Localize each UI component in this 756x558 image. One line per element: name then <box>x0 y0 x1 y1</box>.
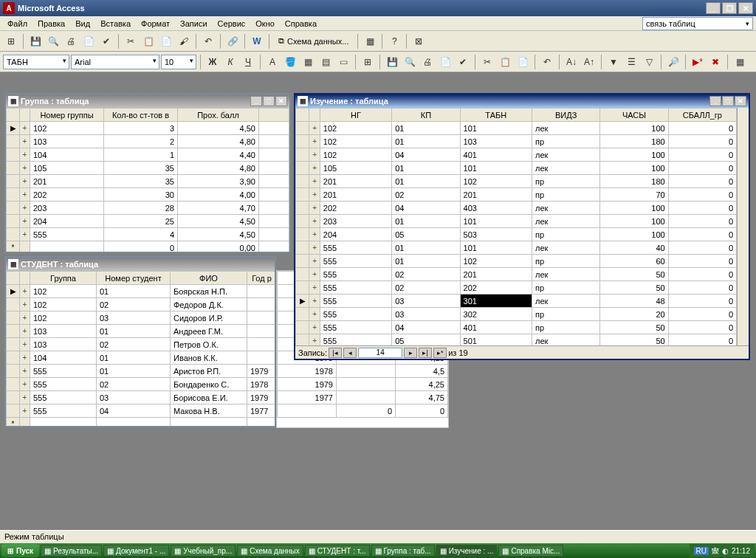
system-tray[interactable]: RU 🕸 ◐ 21:12 <box>690 544 755 557</box>
minimize-button[interactable]: _ <box>706 2 721 14</box>
fontcolor-button[interactable]: A <box>264 54 281 70</box>
menu-help[interactable]: Справка <box>281 18 321 30</box>
filter-toggle-button[interactable]: ▽ <box>641 54 657 70</box>
nav-prev[interactable]: ◂ <box>343 348 357 358</box>
underline-button[interactable]: Ч <box>240 54 256 70</box>
link-button[interactable]: 🔗 <box>224 33 241 49</box>
sort-desc-button[interactable]: A↑ <box>581 54 597 70</box>
menu-records[interactable]: Записи <box>176 18 212 30</box>
undo-button[interactable]: ↶ <box>200 33 216 49</box>
window-group-min[interactable]: _ <box>250 96 262 106</box>
sort-asc-button[interactable]: A↓ <box>563 54 580 70</box>
new-object-button[interactable]: ▦ <box>362 33 378 49</box>
taskbar-item-icon: ▦ <box>107 547 114 555</box>
table-study[interactable]: НГ КП ТАБН ВИДЗ ЧАСЫ СБАЛЛ_гр +10201101л… <box>295 108 737 345</box>
help-button[interactable]: ? <box>386 33 402 49</box>
db-window-button[interactable]: ▦ <box>732 54 748 70</box>
window-group-close[interactable]: ✕ <box>275 96 287 106</box>
taskbar-item[interactable]: ▦Группа : таб... <box>371 545 435 557</box>
restore-button[interactable]: ❐ <box>722 2 737 14</box>
taskbar-item[interactable]: ▦СТУДЕНТ : т... <box>305 545 370 557</box>
window-student-titlebar[interactable]: ▦ СТУДЕНТ : таблица <box>6 258 275 271</box>
nav-last[interactable]: ▸| <box>419 348 432 358</box>
window-group[interactable]: ▦ Группа : таблица _ □ ✕ Номер группы Ко… <box>4 93 291 253</box>
filter-sel-button[interactable]: ▼ <box>605 54 622 70</box>
window-study-max[interactable]: □ <box>722 96 734 106</box>
filter-form-button[interactable]: ☰ <box>623 54 639 70</box>
taskbar-item[interactable]: ▦Учебный_пр... <box>171 545 236 557</box>
clock: 21:12 <box>732 547 750 555</box>
save-button[interactable]: 💾 <box>27 33 44 49</box>
taskbar-item[interactable]: ▦Справка Mic... <box>498 545 563 557</box>
paste2-button[interactable]: 📄 <box>515 54 531 70</box>
font-combo[interactable]: Arial <box>71 55 159 69</box>
start-button[interactable]: ⊞ Пуск <box>1 544 39 557</box>
preview2-button[interactable]: 📄 <box>437 54 453 70</box>
taskbar-item[interactable]: ▦Изучение : ... <box>436 545 498 557</box>
preview-button[interactable]: 📄 <box>80 33 97 49</box>
view2-button[interactable]: ⊞ <box>360 54 376 70</box>
window-group-max[interactable]: □ <box>263 96 275 106</box>
help-search-input[interactable]: связь таблиц▾ <box>642 17 753 30</box>
copy-button[interactable]: 📋 <box>140 33 157 49</box>
search-button[interactable]: 🔍 <box>45 33 61 49</box>
spell2-button[interactable]: ✔ <box>455 54 471 70</box>
close-window-button[interactable]: ⊠ <box>410 33 427 49</box>
study-scrollbar[interactable] <box>737 108 749 345</box>
word-button[interactable]: W <box>249 33 265 49</box>
table-student[interactable]: Группа Номер студент ФИО Год р ▶+10201Бо… <box>6 271 275 426</box>
relationships-button[interactable]: ⧉ Схема данных... <box>273 33 354 49</box>
taskbar-item[interactable]: ▦Документ1 - ... <box>103 545 169 557</box>
table-group[interactable]: Номер группы Кол-во ст-тов в Прох. балл … <box>6 108 289 252</box>
taskbar-item[interactable]: ▦Схема данных <box>237 545 303 557</box>
undo2-button[interactable]: ↶ <box>539 54 555 70</box>
view-button[interactable]: ⊞ <box>3 33 19 49</box>
window-study-min[interactable]: _ <box>709 96 721 106</box>
fontsize-combo[interactable]: 10 <box>161 55 196 69</box>
window-group-titlebar[interactable]: ▦ Группа : таблица _ □ ✕ <box>6 94 289 108</box>
menubar: Файл Правка Вид Вставка Формат Записи Се… <box>0 16 756 31</box>
nav-first[interactable]: |◂ <box>329 348 342 358</box>
special-button[interactable]: ▭ <box>335 54 351 70</box>
menu-file[interactable]: Файл <box>3 18 32 30</box>
taskbar-item[interactable]: ▦Результаты... <box>41 545 102 557</box>
print2-button[interactable]: 🖨 <box>419 54 436 70</box>
nav-position[interactable]: 14 <box>358 348 402 358</box>
spell-button[interactable]: ✔ <box>98 33 114 49</box>
menu-window[interactable]: Окно <box>251 18 279 30</box>
tray-icon[interactable]: 🕸 <box>712 547 719 555</box>
menu-edit[interactable]: Правка <box>33 18 69 30</box>
bold-button[interactable]: Ж <box>205 54 221 70</box>
nav-next[interactable]: ▸ <box>404 348 417 358</box>
nav-new[interactable]: ▸* <box>433 348 447 358</box>
menu-view[interactable]: Вид <box>71 18 94 30</box>
tray-icon2[interactable]: ◐ <box>722 547 729 555</box>
grid-button[interactable]: ▤ <box>317 54 334 70</box>
menu-service[interactable]: Сервис <box>213 18 250 30</box>
italic-button[interactable]: К <box>222 54 238 70</box>
close-button[interactable]: ✕ <box>738 2 753 14</box>
record-navigator: Запись: |◂ ◂ 14 ▸ ▸| ▸* из 19 <box>295 345 749 359</box>
fillcolor-button[interactable]: 🪣 <box>282 54 298 70</box>
find-button[interactable]: 🔎 <box>665 54 681 70</box>
windows-logo-icon: ⊞ <box>7 547 13 555</box>
new-rec-button[interactable]: ▶* <box>690 54 706 70</box>
save2-button[interactable]: 💾 <box>384 54 400 70</box>
object-combo[interactable]: ТАБН <box>3 55 69 69</box>
lang-indicator[interactable]: RU <box>694 547 709 555</box>
border-button[interactable]: ▦ <box>300 54 316 70</box>
menu-format[interactable]: Формат <box>137 18 174 30</box>
menu-insert[interactable]: Вставка <box>96 18 135 30</box>
cut2-button[interactable]: ✂ <box>479 54 495 70</box>
paste-button[interactable]: 📄 <box>158 33 174 49</box>
del-rec-button[interactable]: ✖ <box>707 54 724 70</box>
window-study-close[interactable]: ✕ <box>735 96 746 106</box>
search2-button[interactable]: 🔍 <box>402 54 418 70</box>
window-student[interactable]: ▦ СТУДЕНТ : таблица Группа Номер студент… <box>4 256 276 427</box>
print-button[interactable]: 🖨 <box>63 33 79 49</box>
copy2-button[interactable]: 📋 <box>497 54 513 70</box>
cut-button[interactable]: ✂ <box>123 33 139 49</box>
window-study[interactable]: ▦ Изучение : таблица _ □ ✕ НГ КП <box>294 93 750 360</box>
format-painter-button[interactable]: 🖌 <box>176 33 192 49</box>
window-study-titlebar[interactable]: ▦ Изучение : таблица _ □ ✕ <box>295 94 749 108</box>
